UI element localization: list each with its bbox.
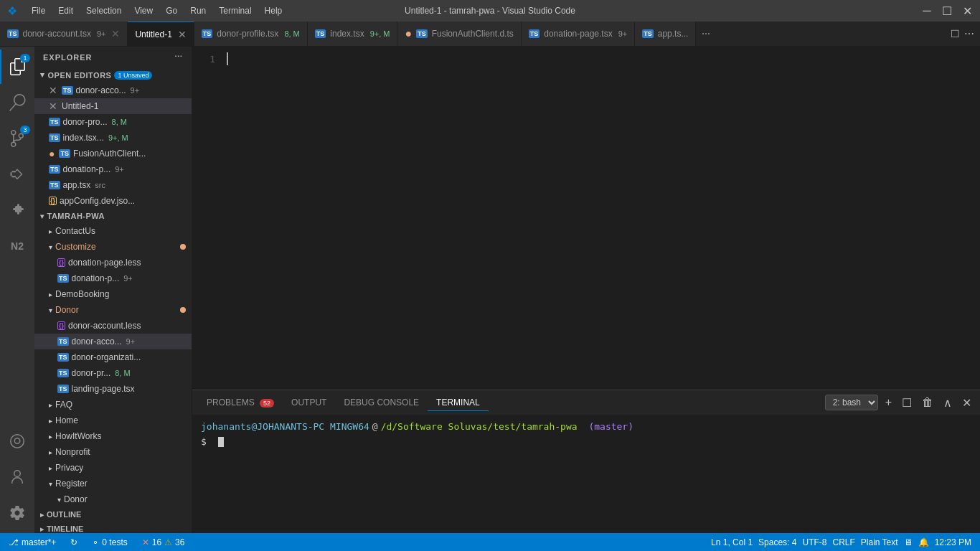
menu-run[interactable]: Run <box>184 4 212 17</box>
activity-source-control[interactable]: 3 <box>0 121 34 156</box>
tab-index[interactable]: TS index.tsx 9+, M <box>308 22 398 46</box>
menu-edit[interactable]: Edit <box>52 4 79 17</box>
tab-close-icon[interactable]: ✕ <box>111 28 120 39</box>
open-file-appconfig[interactable]: {} appConfig.dev.jso... <box>34 193 192 209</box>
folder-nonprofit[interactable]: ▸ Nonprofit <box>34 444 192 460</box>
activity-settings[interactable] <box>0 496 34 530</box>
open-file-donor-profile[interactable]: TS donor-pro... 8, M <box>34 114 192 130</box>
project-root-header[interactable]: ▾ TAMRAH-PWA <box>34 209 192 223</box>
activity-extensions[interactable] <box>0 193 34 227</box>
trash-terminal-icon[interactable]: 🗑 <box>919 395 936 410</box>
ts-file-icon: TS <box>57 353 69 362</box>
open-editors-section[interactable]: ▾ Open Editors 1 Unsaved <box>34 67 192 83</box>
file-donation-page-less[interactable]: {} donation-page.less <box>34 255 192 270</box>
tab-terminal[interactable]: TERMINAL <box>428 395 489 411</box>
menu-selection[interactable]: Selection <box>80 4 127 17</box>
menu-file[interactable]: File <box>26 4 51 17</box>
maximize-panel-icon[interactable]: ∧ <box>941 395 955 411</box>
status-line-ending[interactable]: CRLF <box>829 533 857 551</box>
folder-faq[interactable]: ▸ FAQ <box>34 397 192 413</box>
status-position[interactable]: Ln 1, Col 1 <box>708 533 755 551</box>
editor-content[interactable]: 1 <box>192 47 980 390</box>
menu-help[interactable]: Help <box>259 4 288 17</box>
status-branch[interactable]: ⎇ master*+ <box>6 533 59 551</box>
status-tests[interactable]: ⚬ 0 tests <box>89 533 130 551</box>
folder-customize[interactable]: ▾ Customize <box>34 239 192 255</box>
file-donor-profile[interactable]: TS donor-pr... 8, M <box>34 365 192 381</box>
file-donor-organization[interactable]: TS donor-organizati... <box>34 349 192 365</box>
status-remote-icon[interactable]: 🖥 <box>901 533 915 551</box>
file-donor-account-less[interactable]: {} donor-account.less <box>34 318 192 334</box>
tab-overflow-button[interactable]: ⋯ <box>696 22 716 46</box>
activity-search[interactable] <box>0 85 34 120</box>
title-bar-left: ❖ File Edit Selection View Go Run Termin… <box>7 4 288 18</box>
folder-privacy[interactable]: ▸ Privacy <box>34 460 192 476</box>
chevron-right-icon: ▸ <box>49 448 52 456</box>
tab-untitled-1[interactable]: Untitled-1 ✕ <box>128 22 194 46</box>
folder-register-donor[interactable]: ▾ Donor <box>34 491 192 507</box>
status-notification[interactable]: 🔔 <box>915 533 932 551</box>
folder-howitworks[interactable]: ▸ HowItWorks <box>34 428 192 444</box>
vscode-logo-icon: ❖ <box>7 4 17 18</box>
activity-account[interactable] <box>0 460 34 494</box>
open-file-app[interactable]: TS app.tsx src <box>34 177 192 193</box>
folder-contactus[interactable]: ▸ ContactUs <box>34 223 192 239</box>
chevron-down-icon: ▾ <box>57 496 61 504</box>
terminal-tab-bar: PROBLEMS 52 OUTPUT DEBUG CONSOLE TERMINA… <box>192 390 980 415</box>
open-file-donor-account[interactable]: ✕ TS donor-acco... 9+ <box>34 83 192 98</box>
status-errors[interactable]: ✕ 16 ⚠ 36 <box>139 533 188 551</box>
status-language[interactable]: Plain Text <box>858 533 901 551</box>
timeline-section[interactable]: ▸ TIMELINE <box>34 522 192 533</box>
new-terminal-icon[interactable]: + <box>882 395 895 410</box>
terminal-content[interactable]: johanants@JOHANANTS-PC MINGW64 @ /d/Soft… <box>192 415 980 533</box>
tab-problems[interactable]: PROBLEMS 52 <box>198 395 283 411</box>
open-file-donation-page[interactable]: TS donation-p... 9+ <box>34 161 192 177</box>
file-donor-account-tsx[interactable]: TS donor-acco... 9+ <box>34 334 192 349</box>
status-sync[interactable]: ↻ <box>67 533 80 551</box>
open-file-index[interactable]: TS index.tsx... 9+, M <box>34 130 192 146</box>
tab-output[interactable]: OUTPUT <box>283 395 335 411</box>
tab-donation-page[interactable]: TS donation-page.tsx 9+ <box>522 22 635 46</box>
activity-remote[interactable] <box>0 424 34 458</box>
folder-home[interactable]: ▸ Home <box>34 413 192 428</box>
project-name: TAMRAH-PWA <box>47 212 105 220</box>
code-editor[interactable] <box>221 47 980 390</box>
sidebar-header-icons[interactable]: ⋯ <box>174 52 183 62</box>
activity-run[interactable] <box>0 157 34 192</box>
minimize-button[interactable]: ─ <box>921 6 933 15</box>
activity-nocalc[interactable]: N2 <box>0 229 34 263</box>
menu-go[interactable]: Go <box>160 4 183 17</box>
folder-donor[interactable]: ▾ Donor <box>34 302 192 318</box>
close-icon[interactable]: ✕ <box>49 100 57 112</box>
activity-bar: 1 3 N2 <box>0 47 34 533</box>
open-file-fusionauth[interactable]: ● TS FusionAuthClient... <box>34 146 192 161</box>
tab-donor-profile[interactable]: TS donor-profile.tsx 8, M <box>194 22 308 46</box>
menu-view[interactable]: View <box>128 4 159 17</box>
tab-close-icon[interactable]: ✕ <box>178 29 187 40</box>
tab-debug-console[interactable]: DEBUG CONSOLE <box>335 395 428 411</box>
close-icon[interactable]: ✕ <box>49 85 57 96</box>
activity-explorer[interactable]: 1 <box>0 50 34 84</box>
maximize-button[interactable]: ☐ <box>941 6 953 15</box>
tab-fusionauth[interactable]: ● TS FusionAuthClient.d.ts <box>397 22 521 46</box>
file-donation-page-tsx[interactable]: TS donation-p... 9+ <box>34 270 192 286</box>
status-spaces[interactable]: Spaces: 4 <box>755 533 799 551</box>
more-actions-icon[interactable]: ⋯ <box>964 28 974 39</box>
file-landing-page[interactable]: TS landing-page.tsx <box>34 381 192 397</box>
close-panel-icon[interactable]: ✕ <box>959 395 974 411</box>
folder-demobooking[interactable]: ▸ DemoBooking <box>34 286 192 302</box>
folder-register[interactable]: ▾ Register <box>34 476 192 491</box>
outline-section[interactable]: ▸ OUTLINE <box>34 507 192 522</box>
chevron-down-icon: ▾ <box>49 306 52 314</box>
status-encoding[interactable]: UTF-8 <box>799 533 829 551</box>
shell-selector[interactable]: 2: bash <box>825 395 878 410</box>
close-button[interactable]: ✕ <box>961 6 973 15</box>
language-text: Plain Text <box>861 537 898 547</box>
tab-donor-account[interactable]: TS donor-account.tsx 9+ ✕ <box>0 22 128 46</box>
split-editor-icon[interactable]: ☐ <box>951 28 960 39</box>
new-file-icon[interactable]: ⋯ <box>174 52 183 62</box>
open-file-untitled[interactable]: ✕ Untitled-1 <box>34 98 192 114</box>
menu-terminal[interactable]: Terminal <box>213 4 257 17</box>
split-terminal-icon[interactable]: ☐ <box>899 395 915 411</box>
tab-app-ts[interactable]: TS app.ts... <box>635 22 696 46</box>
